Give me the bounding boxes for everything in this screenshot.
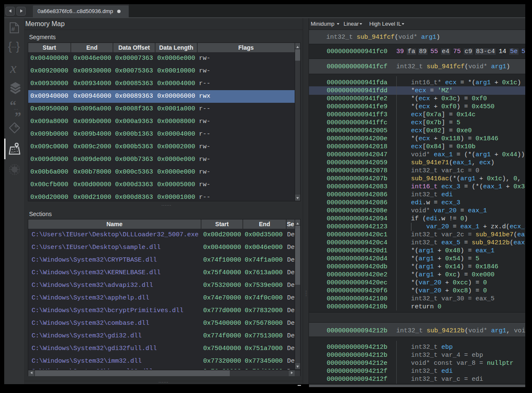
svg-text:#: # [11, 25, 15, 32]
